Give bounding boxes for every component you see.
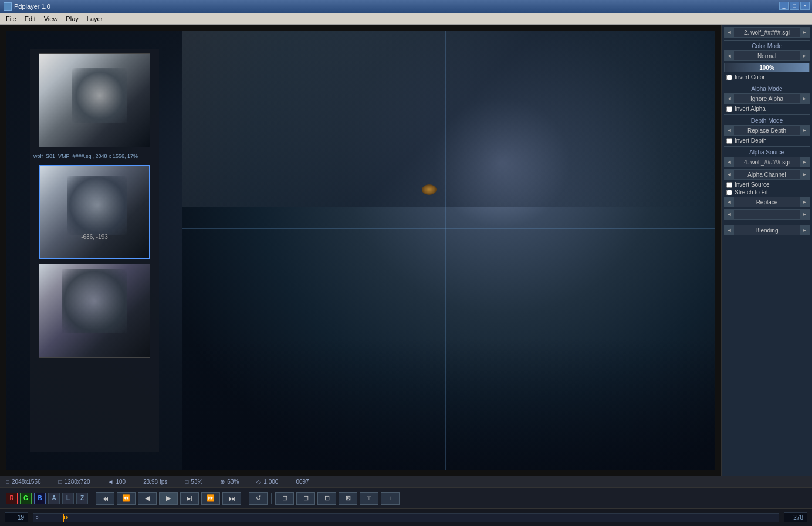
extra2-button[interactable]: ⊥: [381, 492, 400, 505]
viewer-area: wolf_S01_VMP_####.sgi, 2048 x 1556, 17% …: [0, 25, 721, 476]
separator-2: [724, 83, 810, 83]
invert-source-checkbox[interactable]: [726, 182, 732, 188]
menu-play[interactable]: Play: [62, 15, 82, 23]
dots-nav: ◄ --- ►: [724, 209, 810, 220]
coord-label: -636, -193: [81, 234, 108, 240]
alpha-mode-nav: ◄ Ignore Alpha ►: [724, 93, 810, 104]
frame-value: 0097: [296, 478, 309, 485]
end-frame-display: 278: [784, 512, 807, 522]
horizontal-crosshair: [182, 228, 715, 229]
depth-mode-value: Replace Depth: [734, 127, 800, 134]
alpha-source-right[interactable]: ►: [800, 157, 809, 167]
film-thumb-1[interactable]: [39, 53, 150, 147]
diamond-icon: ◇: [256, 478, 261, 485]
blending-label: Blending: [734, 227, 800, 234]
timeline-track[interactable]: 0 19: [33, 513, 779, 522]
diamond-value: 1.000: [263, 478, 278, 485]
res2-value: 1280x720: [65, 478, 90, 485]
replace-label: Replace: [734, 199, 800, 205]
channel-g-button[interactable]: G: [20, 493, 32, 504]
blending-left[interactable]: ◄: [725, 225, 734, 235]
invert-source-row: Invert Source: [724, 181, 810, 188]
compare-button[interactable]: ⊟: [317, 492, 336, 505]
replace-left[interactable]: ◄: [725, 197, 734, 207]
resolution-2: □ 1280x720: [59, 478, 90, 485]
alpha-mode-value: Ignore Alpha: [734, 96, 800, 102]
first-frame-button[interactable]: ⏮: [96, 492, 114, 505]
next-frame-button[interactable]: ▶|: [180, 492, 199, 505]
scale-icon: □: [185, 478, 188, 485]
stretch-to-fit-row: Stretch to Fit: [724, 189, 810, 195]
alpha-source-title: Alpha Source: [724, 149, 810, 156]
invert-depth-checkbox[interactable]: [726, 138, 732, 144]
channel-b-button[interactable]: B: [34, 493, 46, 504]
next-fast-button[interactable]: ⏩: [201, 492, 220, 505]
channel-l-button[interactable]: L: [62, 493, 74, 504]
channel-a-button[interactable]: A: [48, 493, 60, 504]
menu-edit[interactable]: Edit: [21, 15, 39, 23]
opacity-bar[interactable]: 100%: [724, 63, 810, 72]
invert-color-label: Invert Color: [735, 74, 765, 80]
close-button[interactable]: ×: [800, 2, 810, 10]
frame-display: 0097: [296, 478, 309, 485]
transport-sep-1: [92, 493, 92, 504]
separator-5: [724, 222, 810, 222]
stretch-to-fit-label: Stretch to Fit: [735, 189, 768, 195]
menu-file[interactable]: File: [2, 15, 20, 23]
alpha-source-left[interactable]: ◄: [725, 157, 734, 167]
app-icon: [4, 2, 12, 11]
depth-mode-title: Depth Mode: [724, 117, 810, 124]
layer-nav-right[interactable]: ►: [800, 28, 809, 37]
split-button[interactable]: ⊡: [296, 492, 315, 505]
maximize-button[interactable]: □: [790, 2, 799, 10]
dots-left[interactable]: ◄: [725, 210, 734, 219]
last-frame-button[interactable]: ⏭: [222, 492, 241, 505]
prev-fast-button[interactable]: ⏪: [117, 492, 136, 505]
extra1-button[interactable]: ⊤: [360, 492, 378, 505]
vertical-crosshair: [445, 31, 446, 470]
alpha-mode-title: Alpha Mode: [724, 86, 810, 92]
film-thumb-3[interactable]: [39, 264, 150, 358]
film-thumb-2[interactable]: -636, -193: [39, 165, 150, 259]
alpha-channel-nav: ◄ Alpha Channel ►: [724, 169, 810, 180]
minimize-button[interactable]: _: [779, 2, 789, 10]
grid-button[interactable]: ⊞: [275, 492, 294, 505]
overlay-button[interactable]: ⊠: [339, 492, 357, 505]
title-controls: _ □ ×: [779, 2, 810, 10]
menu-view[interactable]: View: [40, 15, 62, 23]
channel-r-button[interactable]: R: [6, 493, 18, 504]
channel-z-button[interactable]: Z: [76, 493, 88, 504]
dots-right[interactable]: ►: [800, 210, 809, 219]
res1-value: 2048x1556: [12, 478, 41, 485]
menu-layer[interactable]: Layer: [83, 15, 107, 23]
invert-depth-label: Invert Depth: [735, 137, 766, 144]
depth-mode-nav: ◄ Replace Depth ►: [724, 125, 810, 136]
color-mode-right[interactable]: ►: [800, 51, 809, 60]
invert-color-checkbox[interactable]: [726, 75, 732, 80]
alpha-source-nav: ◄ 4. wolf_#####.sgi ►: [724, 157, 810, 167]
prev-frame-button[interactable]: ◀: [138, 492, 157, 505]
alpha-channel-right[interactable]: ►: [800, 170, 809, 179]
color-mode-left[interactable]: ◄: [725, 51, 734, 60]
replace-nav: ◄ Replace ►: [724, 197, 810, 207]
loop-button[interactable]: ↺: [249, 492, 268, 505]
invert-alpha-checkbox[interactable]: [726, 106, 732, 112]
alpha-mode-right[interactable]: ►: [800, 94, 809, 103]
play-button[interactable]: ▶: [159, 492, 178, 505]
zoom-icon: ⊕: [220, 478, 225, 485]
alpha-mode-left[interactable]: ◄: [725, 94, 734, 103]
layer-nav-left[interactable]: ◄: [725, 28, 734, 37]
right-panel: ◄ 2. wolf_#####.sgi ► Color Mode ◄ Norma…: [721, 25, 812, 476]
replace-right[interactable]: ►: [800, 197, 809, 207]
depth-mode-left[interactable]: ◄: [725, 126, 734, 135]
blending-nav: ◄ Blending ►: [724, 225, 810, 235]
menu-bar: File Edit View Play Layer: [0, 13, 812, 25]
invert-source-label: Invert Source: [735, 181, 769, 188]
wolf-large-image: [182, 31, 715, 470]
controls-row: R G B A L Z ⏮ ⏪ ◀ ▶ ▶| ⏩ ⏭ ↺ ⊞ ⊡ ⊟ ⊠ ⊤ ⊥: [0, 488, 812, 508]
end-frame-label: 278: [793, 514, 803, 521]
blending-right[interactable]: ►: [800, 225, 809, 235]
depth-mode-right[interactable]: ►: [800, 126, 809, 135]
stretch-to-fit-checkbox[interactable]: [726, 190, 732, 195]
alpha-channel-left[interactable]: ◄: [725, 170, 734, 179]
